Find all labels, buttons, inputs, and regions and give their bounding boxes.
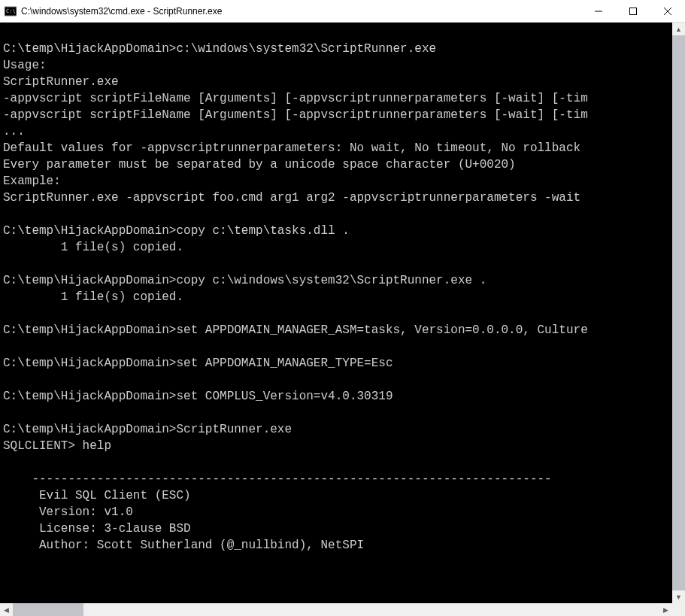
horizontal-scrollbar[interactable]: ◀ ▶: [0, 603, 672, 616]
vertical-scrollbar[interactable]: ▲ ▼: [672, 23, 685, 603]
console-output: C:\temp\HijackAppDomain>c:\windows\syste…: [0, 23, 685, 603]
window-titlebar: C:\ C:\windows\system32\cmd.exe - Script…: [0, 0, 685, 23]
scroll-down-arrow[interactable]: ▼: [672, 590, 685, 603]
maximize-button[interactable]: [616, 0, 650, 23]
scroll-track-horizontal[interactable]: [13, 603, 659, 616]
scroll-right-arrow[interactable]: ▶: [659, 603, 672, 616]
close-button[interactable]: [650, 0, 685, 23]
svg-text:C:\: C:\: [6, 8, 16, 14]
scroll-up-arrow[interactable]: ▲: [672, 23, 685, 35]
svg-rect-3: [630, 8, 637, 14]
window-controls: [581, 0, 685, 23]
scroll-left-arrow[interactable]: ◀: [0, 603, 13, 616]
minimize-button[interactable]: [581, 0, 616, 23]
cmd-icon: C:\: [5, 5, 17, 17]
console-area[interactable]: C:\temp\HijackAppDomain>c:\windows\syste…: [0, 23, 685, 616]
scroll-thumb-horizontal[interactable]: [13, 603, 83, 616]
scroll-corner: [672, 603, 685, 616]
scroll-track-vertical[interactable]: [672, 35, 685, 590]
window-title: C:\windows\system32\cmd.exe - ScriptRunn…: [21, 6, 581, 17]
scroll-thumb-vertical[interactable]: [672, 35, 685, 590]
